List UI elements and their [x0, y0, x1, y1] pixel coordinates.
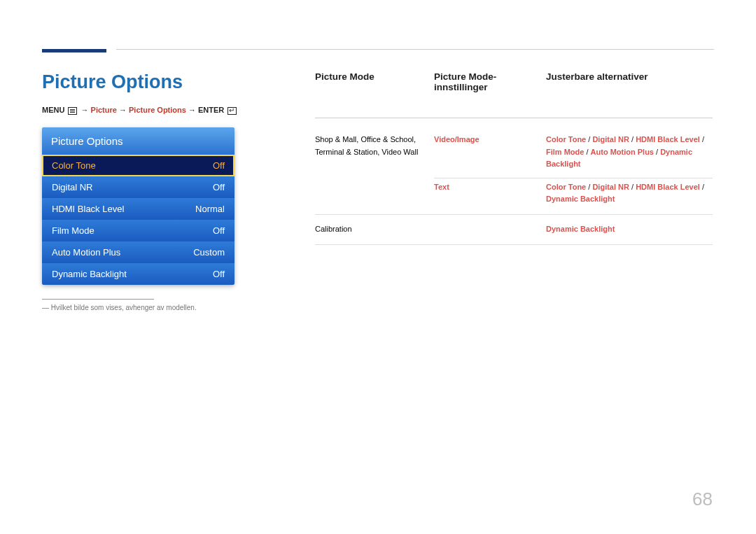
menu-item-value: Off: [213, 225, 225, 236]
menu-item[interactable]: Digital NROff: [42, 176, 234, 198]
menu-panel: Picture Options Color ToneOffDigital NRO…: [42, 127, 234, 285]
left-column: Picture Options MENU → Picture → Picture…: [42, 71, 301, 311]
menu-item-label: HDMI Black Level: [52, 204, 124, 214]
breadcrumb: MENU → Picture → Picture Options → ENTER: [42, 106, 280, 115]
menu-item[interactable]: Dynamic BacklightOff: [42, 263, 234, 285]
cell-adjustable: Color Tone / Digital NR / HDMI Black Lev…: [546, 181, 713, 206]
menu-item-label: Digital NR: [52, 182, 93, 192]
breadcrumb-picture-options: Picture Options: [129, 106, 186, 114]
breadcrumb-menu: MENU: [42, 106, 64, 114]
table-header-row: Picture Mode Picture Mode-innstillinger …: [315, 71, 713, 118]
cell-adjustable: Dynamic Backlight: [546, 223, 713, 236]
cell-setting: [434, 223, 546, 236]
menu-item[interactable]: HDMI Black LevelNormal: [42, 198, 234, 220]
menu-item-label: Color Tone: [52, 160, 96, 171]
menu-item[interactable]: Auto Motion PlusCustom: [42, 241, 234, 263]
menu-item-value: Custom: [193, 247, 225, 258]
table-row: Shop & Mall, Office & School, Terminal &…: [315, 125, 713, 215]
panel-title: Picture Options: [42, 127, 234, 155]
right-column: Picture Mode Picture Mode-innstillinger …: [301, 71, 713, 311]
table-row: CalibrationDynamic Backlight: [315, 215, 713, 245]
th-adjustable: Justerbare alternativer: [546, 71, 713, 82]
menu-item-value: Off: [213, 182, 225, 192]
cell-picture-mode: Shop & Mall, Office & School, Terminal &…: [315, 131, 434, 209]
menu-item[interactable]: Color ToneOff: [42, 155, 234, 176]
arrow-icon: →: [188, 106, 196, 114]
arrow-icon: →: [81, 106, 89, 114]
options-table: Picture Mode Picture Mode-innstillinger …: [315, 71, 713, 245]
th-picture-mode-settings: Picture Mode-innstillinger: [434, 71, 546, 92]
page-number: 68: [692, 489, 713, 510]
menu-item-value: Off: [213, 269, 225, 279]
enter-icon: [227, 107, 237, 115]
menu-icon: [68, 107, 77, 115]
cell-adjustable: Color Tone / Digital NR / HDMI Black Lev…: [546, 134, 713, 171]
menu-item-label: Dynamic Backlight: [52, 269, 127, 279]
top-rule: [116, 49, 714, 50]
footnote-rule: [42, 299, 154, 300]
menu-item-label: Auto Motion Plus: [52, 247, 120, 258]
cell-setting: Text: [434, 181, 546, 206]
page-title: Picture Options: [42, 71, 280, 93]
menu-item-value: Off: [213, 160, 225, 171]
menu-item-label: Film Mode: [52, 225, 94, 236]
cell-picture-mode: Calibration: [315, 220, 434, 239]
menu-item-value: Normal: [195, 204, 225, 214]
section-marker: [42, 49, 106, 52]
breadcrumb-enter: ENTER: [198, 106, 224, 114]
arrow-icon: →: [119, 106, 127, 114]
th-picture-mode: Picture Mode: [315, 71, 434, 82]
footnote: ― Hvilket bilde som vises, avhenger av m…: [42, 304, 280, 311]
cell-setting: Video/Image: [434, 134, 546, 171]
menu-item[interactable]: Film ModeOff: [42, 220, 234, 241]
breadcrumb-picture: Picture: [91, 106, 117, 114]
